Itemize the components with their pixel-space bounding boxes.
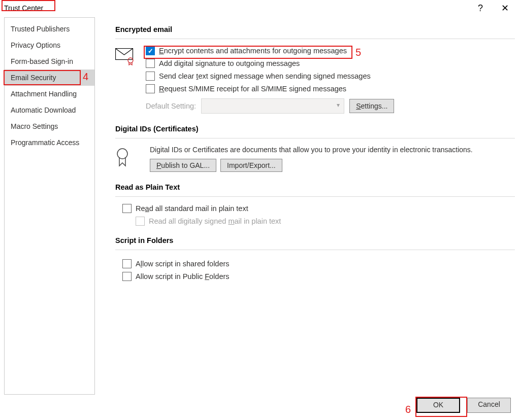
plain-text-section: Read all standard mail in plain text Rea…: [115, 196, 515, 226]
divider: [115, 39, 515, 39]
read-signed-plain-label: Read all digitally signed mail in plain …: [149, 217, 281, 225]
script-section: Allow script in shared folders Allow scr…: [115, 257, 515, 281]
digital-ids-buttons: Publish to GAL... Import/Export...: [150, 159, 515, 172]
annotation-label-6: 6: [405, 404, 411, 415]
read-standard-plain-label: Read all standard mail in plain text: [136, 204, 248, 213]
sidebar: Trusted Publishers Privacy Options Form-…: [4, 17, 95, 395]
checkbox-checked-icon: ✓: [146, 46, 155, 55]
sidebar-item-form-based-signin[interactable]: Form-based Sign-in: [5, 53, 94, 69]
digital-ids-description: Digital IDs or Certificates are document…: [150, 146, 515, 154]
section-script-title: Script in Folders: [115, 236, 515, 244]
add-signature-checkbox-row[interactable]: Add digital signature to outgoing messag…: [146, 59, 515, 68]
smime-receipt-label: Request S/MIME receipt for all S/MIME si…: [159, 85, 346, 93]
script-shared-checkbox-row[interactable]: Allow script in shared folders: [122, 259, 515, 268]
sidebar-item-privacy-options[interactable]: Privacy Options: [5, 37, 94, 53]
divider: [115, 250, 515, 250]
script-public-label: Allow script in Public Folders: [136, 272, 230, 281]
envelope-icon: [115, 46, 140, 67]
sidebar-item-automatic-download[interactable]: Automatic Download: [5, 102, 94, 118]
checkbox-icon: [146, 72, 155, 81]
window-title: Trust Center: [4, 4, 43, 12]
ok-button[interactable]: OK: [416, 398, 460, 413]
section-encrypted-email-title: Encrypted email: [115, 25, 515, 33]
read-signed-plain-checkbox-row: Read all digitally signed mail in plain …: [136, 217, 515, 226]
cancel-button[interactable]: Cancel: [467, 398, 511, 413]
sidebar-item-attachment-handling[interactable]: Attachment Handling: [5, 86, 94, 102]
section-digital-ids-title: Digital IDs (Certificates): [115, 125, 515, 133]
import-export-button[interactable]: Import/Export...: [220, 159, 282, 172]
dialog-footer: OK Cancel: [416, 398, 511, 413]
close-button[interactable]: ✕: [498, 4, 512, 13]
encrypt-contents-label: Encrypt contents and attachments for out…: [159, 47, 347, 55]
clear-text-label: Send clear text signed message when send…: [159, 72, 371, 80]
sidebar-item-trusted-publishers[interactable]: Trusted Publishers: [5, 21, 94, 37]
encrypt-contents-checkbox-row[interactable]: ✓ Encrypt contents and attachments for o…: [146, 46, 515, 55]
content-pane: Encrypted email ✓ Encrypt contents and a…: [95, 16, 520, 395]
checkbox-icon: [146, 59, 155, 68]
titlebar: Trust Center ? ✕: [0, 0, 520, 16]
certificate-icon: [115, 146, 140, 169]
checkbox-icon: [136, 217, 145, 226]
svg-point-1: [128, 58, 133, 63]
publish-to-gal-button[interactable]: Publish to GAL...: [150, 159, 216, 172]
help-button[interactable]: ?: [473, 4, 488, 13]
dialog-body: Trusted Publishers Privacy Options Form-…: [0, 16, 520, 395]
default-setting-label: Default Setting:: [146, 102, 196, 110]
sidebar-item-programmatic-access[interactable]: Programmatic Access: [5, 134, 94, 151]
window-controls: ? ✕: [473, 4, 517, 13]
digital-ids-section: Digital IDs or Certificates are document…: [115, 146, 515, 172]
checkbox-icon: [122, 204, 132, 213]
sidebar-item-email-security[interactable]: Email Security: [5, 69, 94, 86]
checkbox-icon: [146, 84, 155, 93]
clear-text-checkbox-row[interactable]: Send clear text signed message when send…: [146, 72, 515, 81]
svg-point-2: [117, 149, 127, 159]
trust-center-window: Trust Center ? ✕ Trusted Publishers Priv…: [0, 0, 520, 420]
script-shared-label: Allow script in shared folders: [136, 260, 230, 268]
digital-ids-body: Digital IDs or Certificates are document…: [150, 146, 515, 172]
section-plain-text-title: Read as Plain Text: [115, 183, 515, 191]
settings-button[interactable]: Settings...: [349, 99, 394, 113]
default-setting-row: Default Setting: Settings...: [146, 98, 515, 114]
divider: [115, 138, 515, 138]
smime-receipt-checkbox-row[interactable]: Request S/MIME receipt for all S/MIME si…: [146, 84, 515, 93]
encrypted-checklist: ✓ Encrypt contents and attachments for o…: [140, 46, 515, 114]
read-standard-plain-checkbox-row[interactable]: Read all standard mail in plain text: [122, 204, 515, 213]
sidebar-item-macro-settings[interactable]: Macro Settings: [5, 118, 94, 134]
checkbox-icon: [122, 272, 132, 281]
add-signature-label: Add digital signature to outgoing messag…: [159, 59, 300, 67]
default-setting-combobox[interactable]: [201, 98, 344, 114]
script-public-checkbox-row[interactable]: Allow script in Public Folders: [122, 272, 515, 281]
checkbox-icon: [122, 259, 132, 268]
encrypted-email-section: ✓ Encrypt contents and attachments for o…: [115, 46, 515, 114]
